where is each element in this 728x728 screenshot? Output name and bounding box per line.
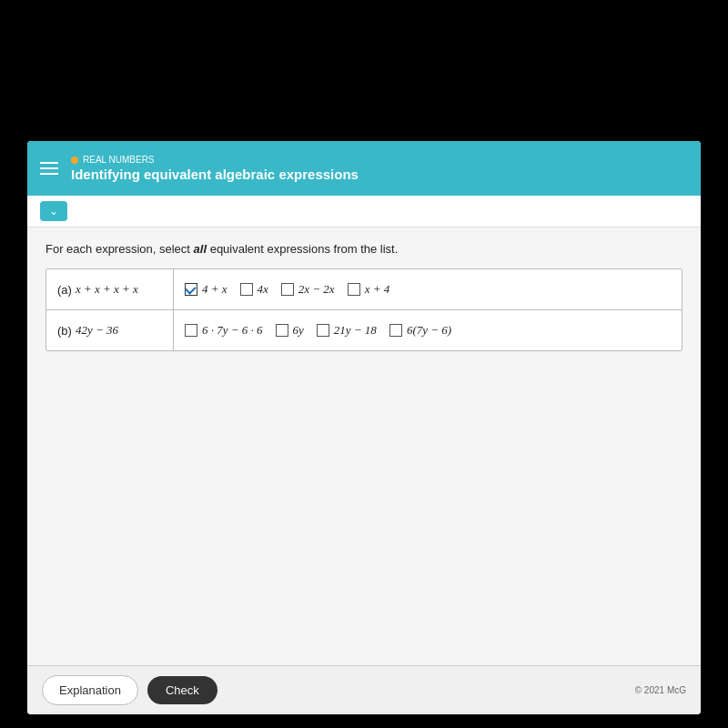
content-area: ⌄ For each expression, select all equiva… bbox=[27, 196, 701, 665]
header-text: REAL NUMBERS Identifying equivalent alge… bbox=[71, 155, 359, 182]
option-a-3-label: 2x − 2x bbox=[298, 282, 335, 297]
option-a-4[interactable]: x + 4 bbox=[348, 282, 390, 297]
table-row-b: (b) 42y − 36 6 · 7y − 6 · 6 6y bbox=[46, 310, 682, 350]
header-bar: REAL NUMBERS Identifying equivalent alge… bbox=[27, 141, 701, 196]
checkbox-a-3[interactable] bbox=[281, 283, 294, 296]
header-subtitle: REAL NUMBERS bbox=[71, 155, 359, 165]
chevron-down-button[interactable]: ⌄ bbox=[40, 201, 67, 221]
expression-b-cell: (b) 42y − 36 bbox=[46, 310, 174, 350]
expression-a-cell: (a) x + x + x + x bbox=[46, 269, 174, 309]
row-b-label: (b) bbox=[57, 324, 72, 338]
hamburger-icon[interactable] bbox=[40, 162, 58, 175]
footer-bar: Explanation Check © 2021 McG bbox=[27, 665, 701, 714]
option-b-4[interactable]: 6(7y − 6) bbox=[389, 323, 451, 338]
option-a-2[interactable]: 4x bbox=[240, 282, 268, 297]
row-b-expression: 42y − 36 bbox=[76, 323, 118, 338]
footer-buttons: Explanation Check bbox=[42, 675, 217, 705]
instruction-text: For each expression, select all equivale… bbox=[46, 242, 682, 256]
checkbox-b-4[interactable] bbox=[389, 324, 402, 337]
instruction-prefix: For each expression, select bbox=[46, 242, 194, 256]
instruction-italic: all bbox=[194, 242, 207, 256]
chevron-bar: ⌄ bbox=[27, 196, 701, 228]
check-button[interactable]: Check bbox=[147, 676, 217, 704]
options-a-cell: 4 + x 4x 2x − 2x x + 4 bbox=[174, 269, 682, 309]
options-b-cell: 6 · 7y − 6 · 6 6y 21y − 18 6(7y bbox=[174, 310, 682, 350]
table-row-a: (a) x + x + x + x 4 + x 4x bbox=[46, 269, 682, 310]
checkbox-b-1[interactable] bbox=[185, 324, 197, 337]
option-b-2[interactable]: 6y bbox=[276, 323, 304, 338]
option-b-3[interactable]: 21y − 18 bbox=[317, 323, 377, 338]
option-a-4-label: x + 4 bbox=[365, 282, 390, 297]
option-b-2-label: 6y bbox=[293, 323, 304, 338]
header-subtitle-text: REAL NUMBERS bbox=[83, 155, 155, 165]
explanation-button[interactable]: Explanation bbox=[42, 675, 138, 705]
checkbox-b-3[interactable] bbox=[317, 324, 329, 337]
option-a-1[interactable]: 4 + x bbox=[185, 282, 228, 297]
option-a-3[interactable]: 2x − 2x bbox=[281, 282, 335, 297]
option-a-2-label: 4x bbox=[258, 282, 268, 297]
orange-dot-icon bbox=[71, 157, 78, 164]
checkbox-a-4[interactable] bbox=[348, 283, 360, 296]
option-b-1[interactable]: 6 · 7y − 6 · 6 bbox=[185, 323, 263, 338]
option-a-1-label: 4 + x bbox=[202, 282, 228, 297]
row-a-label: (a) bbox=[57, 283, 72, 297]
option-b-3-label: 21y − 18 bbox=[334, 323, 377, 338]
option-b-1-label: 6 · 7y − 6 · 6 bbox=[202, 323, 263, 338]
main-content: For each expression, select all equivale… bbox=[27, 228, 701, 665]
checkbox-a-2[interactable] bbox=[240, 283, 253, 296]
header-title: Identifying equivalent algebraic express… bbox=[71, 167, 359, 182]
checkbox-a-1[interactable] bbox=[185, 283, 197, 296]
instruction-suffix: equivalent expressions from the list. bbox=[207, 242, 398, 256]
copyright-text: © 2021 McG bbox=[635, 685, 686, 695]
option-b-4-label: 6(7y − 6) bbox=[407, 323, 451, 338]
row-a-expression: x + x + x + x bbox=[76, 282, 138, 297]
expressions-table: (a) x + x + x + x 4 + x 4x bbox=[46, 268, 682, 351]
checkbox-b-2[interactable] bbox=[276, 324, 288, 337]
